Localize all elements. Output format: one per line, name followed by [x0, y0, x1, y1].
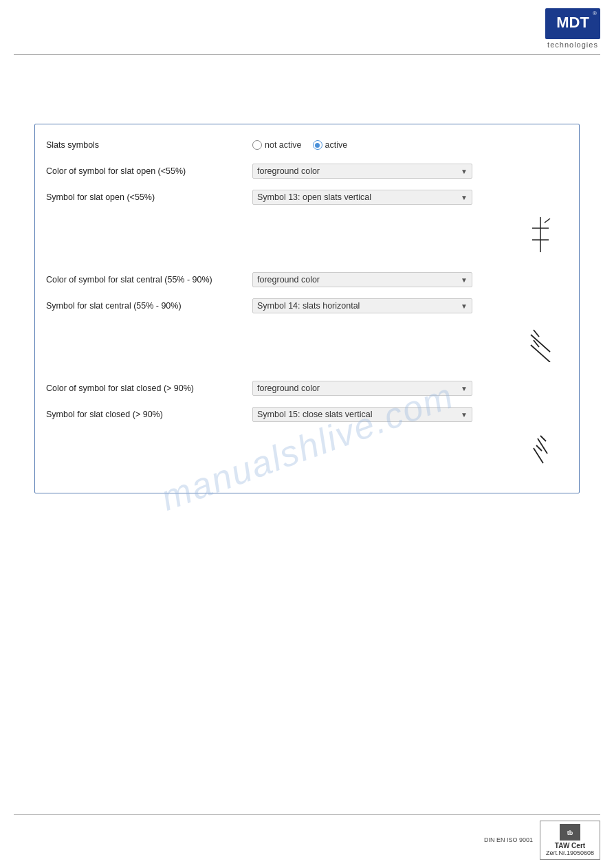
symbol-open-value: Symbol 13: open slats vertical [257, 192, 371, 202]
symbol-open-dropdown[interactable]: Symbol 13: open slats vertical ▼ [252, 190, 472, 205]
symbol-closed-arrow: ▼ [461, 411, 468, 419]
mdt-logo: MDT ® [545, 8, 600, 39]
symbol-open-control: Symbol 13: open slats vertical ▼ [252, 190, 568, 205]
symbol-open-label: Symbol for slat open (<55%) [46, 192, 252, 202]
color-closed-dropdown[interactable]: foreground color ▼ [252, 381, 472, 396]
symbol-closed-preview [520, 431, 561, 472]
symbol-15-svg [527, 433, 554, 471]
slats-symbols-row: Slats symbols not active active [46, 135, 568, 155]
svg-text:MDT: MDT [556, 14, 589, 31]
color-central-row: Color of symbol for slat central (55% - … [46, 270, 568, 289]
svg-line-6 [545, 219, 550, 223]
symbol-central-preview-row [46, 322, 568, 364]
footer-cert-text: DIN EN ISO 9001 [484, 836, 533, 845]
color-closed-control: foreground color ▼ [252, 381, 568, 396]
color-open-label: Color of symbol for slat open (<55%) [46, 166, 252, 176]
color-closed-label: Color of symbol for slat closed (> 90%) [46, 383, 252, 393]
symbol-central-value: Symbol 14: slats horizontal [257, 301, 360, 311]
logo-container: MDT ® technologies [545, 8, 600, 49]
radio-active-circle[interactable] [313, 140, 322, 150]
symbol-central-control: Symbol 14: slats horizontal ▼ [252, 298, 568, 313]
logo-technologies-text: technologies [547, 41, 598, 49]
taw-cert-logo: tb [560, 824, 580, 841]
color-closed-value: foreground color [257, 383, 320, 393]
header: MDT ® technologies [0, 0, 614, 49]
symbol-14-svg [527, 324, 554, 362]
taw-label: TAW Cert [555, 842, 585, 849]
symbol-closed-row: Symbol for slat closed (> 90%) Symbol 15… [46, 405, 568, 424]
cert-zert: Zert.Nr.19050608 [546, 849, 594, 856]
svg-text:tb: tb [567, 830, 573, 836]
color-open-row: Color of symbol for slat open (<55%) for… [46, 162, 568, 181]
symbol-closed-control: Symbol 15: close slats vertical ▼ [252, 407, 568, 422]
radio-active[interactable]: active [313, 140, 348, 150]
header-divider [14, 54, 600, 55]
symbol-13-svg [527, 216, 554, 254]
symbol-open-preview [520, 214, 561, 255]
radio-active-label: active [325, 140, 348, 150]
radio-not-active[interactable]: not active [252, 140, 302, 150]
symbol-closed-label: Symbol for slat closed (> 90%) [46, 410, 252, 419]
color-open-arrow: ▼ [461, 168, 468, 175]
symbol-central-row: Symbol for slat central (55% - 90%) Symb… [46, 296, 568, 315]
svg-line-13 [540, 436, 546, 441]
symbol-open-arrow: ▼ [461, 194, 468, 201]
radio-group: not active active [252, 140, 347, 150]
radio-not-active-label: not active [265, 140, 302, 150]
symbol-central-label: Symbol for slat central (55% - 90%) [46, 301, 252, 311]
color-central-control: foreground color ▼ [252, 272, 568, 287]
color-central-value: foreground color [257, 275, 320, 285]
color-closed-row: Color of symbol for slat closed (> 90%) … [46, 379, 568, 398]
main-content: Slats symbols not active active Color of… [0, 69, 614, 507]
symbol-central-preview [520, 322, 561, 364]
symbol-closed-dropdown[interactable]: Symbol 15: close slats vertical ▼ [252, 407, 472, 422]
color-open-control: foreground color ▼ [252, 164, 568, 179]
color-central-arrow: ▼ [461, 276, 468, 284]
cert-line1: DIN EN ISO 9001 [484, 836, 533, 845]
taw-logo-svg: tb [560, 824, 580, 841]
svg-line-7 [531, 335, 550, 352]
color-closed-arrow: ▼ [461, 385, 468, 392]
footer-content: DIN EN ISO 9001 tb TAW Cert Zert.Nr.1905… [0, 815, 614, 868]
slats-symbols-label: Slats symbols [46, 140, 252, 150]
spacer-2 [46, 373, 568, 379]
color-open-value: foreground color [257, 166, 320, 176]
radio-not-active-circle[interactable] [252, 140, 262, 150]
color-open-dropdown[interactable]: foreground color ▼ [252, 164, 472, 179]
symbol-open-preview-row [46, 214, 568, 255]
symbol-central-dropdown[interactable]: Symbol 14: slats horizontal ▼ [252, 298, 472, 313]
svg-line-9 [534, 330, 539, 337]
svg-line-8 [531, 345, 550, 362]
slats-symbols-control: not active active [252, 140, 568, 150]
symbol-closed-preview-row [46, 431, 568, 472]
taw-cert-box: tb TAW Cert Zert.Nr.19050608 [540, 821, 600, 860]
footer: DIN EN ISO 9001 tb TAW Cert Zert.Nr.1905… [0, 814, 614, 868]
spacer-1 [46, 265, 568, 270]
svg-line-14 [536, 445, 542, 451]
symbol-central-arrow: ▼ [461, 302, 468, 310]
symbol-closed-value: Symbol 15: close slats vertical [257, 410, 372, 419]
settings-panel: Slats symbols not active active Color of… [34, 124, 580, 493]
color-central-label: Color of symbol for slat central (55% - … [46, 275, 252, 285]
color-central-dropdown[interactable]: foreground color ▼ [252, 272, 472, 287]
svg-text:®: ® [593, 10, 597, 16]
symbol-open-row: Symbol for slat open (<55%) Symbol 13: o… [46, 188, 568, 207]
